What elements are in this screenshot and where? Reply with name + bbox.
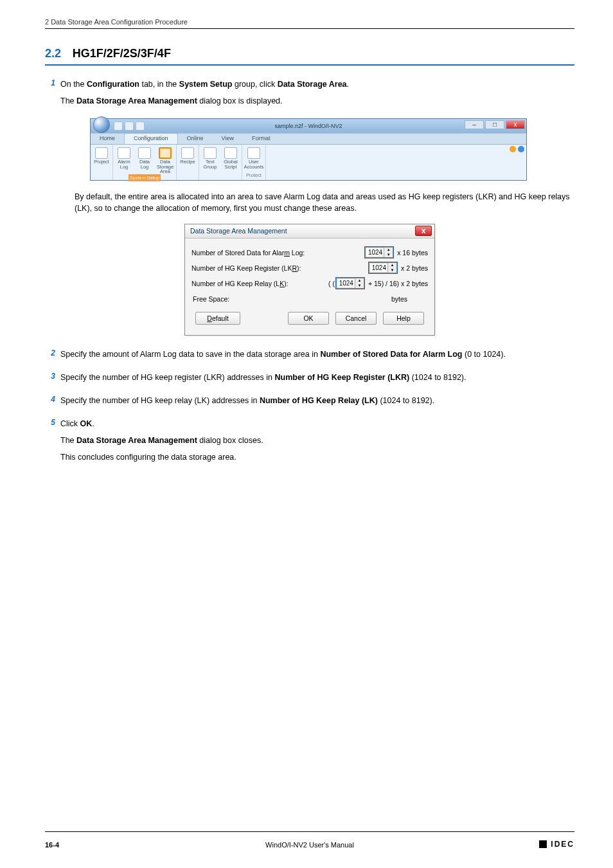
spin-up-icon[interactable]: ▲ xyxy=(355,278,364,284)
help-icon[interactable] xyxy=(518,146,524,152)
ribbon-group: Recipe xyxy=(177,145,199,180)
group-label-system-setup: System Setup xyxy=(129,174,161,181)
tab-configuration[interactable]: Configuration xyxy=(124,133,178,144)
label-lkr: Number of HG Keep Register (LKR): xyxy=(191,264,357,272)
minimize-button[interactable]: – xyxy=(465,120,484,129)
title-bar: sample.n2f - WindO/I-NV2 – □ x xyxy=(91,119,526,133)
tab-format[interactable]: Format xyxy=(243,134,280,144)
rule-top xyxy=(45,28,574,29)
alarm-log-button[interactable]: Alarm Log xyxy=(116,147,132,174)
rule-under-title xyxy=(45,64,574,66)
row-lk: Number of HG Keep Relay (LK): ( ( ▲▼ + 1… xyxy=(191,276,428,291)
suffix: + 15) / 16) x 2 bytes xyxy=(364,280,428,287)
window-buttons: – □ x xyxy=(465,120,525,129)
step-3: 3 Specify the number of HG keep register… xyxy=(45,372,574,388)
step-number: 3 xyxy=(45,372,60,388)
dialog-screenshot: Data Storage Area Management x Number of… xyxy=(45,224,574,336)
tab-online[interactable]: Online xyxy=(178,134,213,144)
text-group-button[interactable]: Text Group xyxy=(202,147,218,169)
footer: 16-4 WindO/I-NV2 User's Manual IDEC xyxy=(45,840,574,849)
tab-home[interactable]: Home xyxy=(91,134,124,144)
label-lk: Number of HG Keep Relay (LK): xyxy=(191,280,324,287)
step-number: 2 xyxy=(45,348,60,365)
lkr-spinner[interactable]: ▲▼ xyxy=(369,262,397,273)
close-button[interactable]: x xyxy=(506,120,525,129)
rule-footer xyxy=(45,831,574,832)
ribbon-screenshot: sample.n2f - WindO/I-NV2 – □ x Home Conf… xyxy=(90,118,574,181)
global-script-button[interactable]: Global Script xyxy=(222,147,239,169)
dialog-buttons: Default OK Cancel Help xyxy=(191,309,428,331)
dialog: Data Storage Area Management x Number of… xyxy=(184,224,435,336)
tab-view[interactable]: View xyxy=(213,134,243,144)
step-number: 5 xyxy=(45,418,60,468)
ribbon-strip: Project Alarm Log Data Log Data Storage … xyxy=(91,145,526,180)
project-button[interactable]: Project xyxy=(93,147,110,165)
lk-input[interactable] xyxy=(337,280,355,287)
close-icon[interactable]: x xyxy=(415,226,432,236)
row-lkr: Number of HG Keep Register (LKR): ▲▼ x 2… xyxy=(191,260,428,276)
section-number: 2.2 xyxy=(45,47,61,60)
manual-title: WindO/I-NV2 User's Manual xyxy=(45,841,574,849)
step-5: 5 Click OK. The Data Storage Area Manage… xyxy=(45,418,574,468)
label-free-space: Free Space: xyxy=(193,295,229,303)
recipe-button[interactable]: Recipe xyxy=(179,147,196,165)
style-icon[interactable] xyxy=(510,146,516,152)
ribbon-corner-icons xyxy=(510,146,524,152)
default-button[interactable]: Default xyxy=(195,312,240,325)
step-body: Specify the amount of Alarm Log data to … xyxy=(60,348,574,365)
window-title: sample.n2f - WindO/I-NV2 xyxy=(91,123,526,129)
dialog-title-bar: Data Storage Area Management x xyxy=(185,224,434,239)
ribbon-group-system-setup: Alarm Log Data Log Data Storage Area Sys… xyxy=(113,145,177,180)
spin-down-icon[interactable]: ▼ xyxy=(388,268,396,273)
suffix: x 2 bytes xyxy=(397,264,428,272)
step-1: 1 On the Configuration tab, in the Syste… xyxy=(45,78,574,112)
maximize-button[interactable]: □ xyxy=(485,120,504,129)
row-alarm-log: Number of Stored Data for Alarm Log: ▲▼ … xyxy=(191,245,428,260)
section-heading: 2.2 HG1F/2F/2S/3F/4F xyxy=(45,47,574,60)
ok-button[interactable]: OK xyxy=(288,312,329,325)
step-body: On the Configuration tab, in the System … xyxy=(60,78,574,112)
spin-up-icon[interactable]: ▲ xyxy=(384,248,393,253)
running-head: 2 Data Storage Area Configuration Proced… xyxy=(45,18,574,26)
ribbon-tabs: Home Configuration Online View Format xyxy=(91,133,526,145)
spin-down-icon[interactable]: ▼ xyxy=(384,253,393,258)
row-free-space: Free Space: bytes xyxy=(191,291,428,309)
lkr-input[interactable] xyxy=(369,264,387,271)
ribbon-group: Project xyxy=(91,145,113,180)
cancel-button[interactable]: Cancel xyxy=(335,312,377,325)
dialog-title: Data Storage Area Management xyxy=(190,227,287,235)
data-storage-area-button[interactable]: Data Storage Area xyxy=(157,147,173,174)
ribbon-window: sample.n2f - WindO/I-NV2 – □ x Home Conf… xyxy=(90,118,527,181)
help-button[interactable]: Help xyxy=(383,312,424,325)
label-alarm-log: Number of Stored Data for Alarm Log: xyxy=(191,249,353,257)
spin-down-icon[interactable]: ▼ xyxy=(355,284,364,289)
section-title: HG1F/2F/2S/3F/4F xyxy=(73,47,171,60)
ribbon-group-protect: User Accounts Protect xyxy=(242,145,266,180)
step-number: 1 xyxy=(45,78,60,112)
free-unit: bytes xyxy=(391,295,427,303)
lk-spinner[interactable]: ▲▼ xyxy=(336,278,364,289)
suffix: x 16 bytes xyxy=(393,249,428,257)
alarm-log-input[interactable] xyxy=(366,249,384,256)
spin-up-icon[interactable]: ▲ xyxy=(388,263,396,268)
step-2: 2 Specify the amount of Alarm Log data t… xyxy=(45,348,574,365)
body-paragraph: By default, the entire area is allocated… xyxy=(75,191,574,214)
step-number: 4 xyxy=(45,395,60,411)
alarm-log-spinner[interactable]: ▲▼ xyxy=(365,247,393,258)
data-log-button[interactable]: Data Log xyxy=(136,147,153,174)
ribbon-group: Text Group Global Script xyxy=(199,145,242,180)
user-accounts-button[interactable]: User Accounts xyxy=(245,147,262,169)
step-4: 4 Specify the number of HG keep relay (L… xyxy=(45,395,574,411)
page: 2 Data Storage Area Configuration Proced… xyxy=(0,0,613,868)
